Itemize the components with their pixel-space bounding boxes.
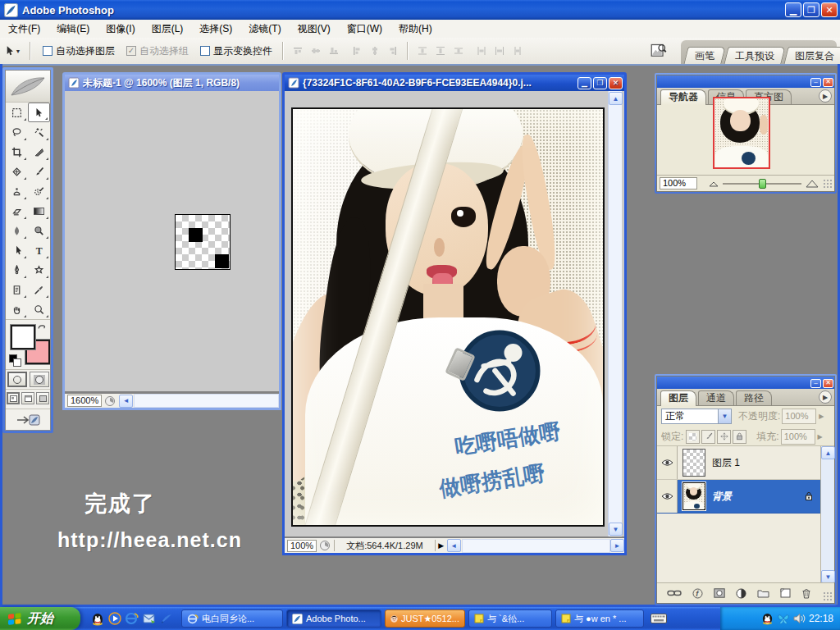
maximize-button[interactable]: ❐ [803, 2, 819, 17]
visibility-toggle[interactable] [657, 480, 678, 513]
layer1-name[interactable]: 图层 1 [712, 456, 740, 470]
new-group-icon[interactable] [757, 588, 769, 598]
layers-titlebar[interactable]: – ✕ [657, 377, 834, 389]
layers-close-button[interactable]: ✕ [823, 379, 833, 388]
doc2-hscroll-right-arrow[interactable]: ► [610, 539, 624, 552]
zoom-tool[interactable] [28, 299, 50, 319]
qq-quicklaunch-icon[interactable] [89, 611, 105, 627]
eyedropper-tool[interactable] [28, 280, 50, 299]
doc2-status-icon[interactable] [319, 540, 331, 551]
menu-window[interactable]: 窗口(W) [339, 20, 390, 39]
jump-to-imageready-button[interactable] [6, 409, 50, 431]
hand-tool[interactable] [6, 299, 28, 319]
zoom-out-icon[interactable] [708, 180, 719, 188]
healing-brush-tool[interactable] [6, 162, 28, 181]
app-titlebar[interactable]: Adobe Photoshop ▁ ❐ ✕ [0, 0, 840, 20]
doc2-maximize-button[interactable]: ❐ [593, 77, 607, 89]
document-window-photo[interactable]: {73324F1C-8F61-40A2-B9F6-FCE93EEA4944}0.… [282, 72, 627, 555]
zoom-slider-thumb[interactable] [759, 179, 766, 189]
navigator-zoom-slider[interactable] [723, 179, 801, 189]
media-player-quicklaunch-icon[interactable] [107, 611, 122, 627]
menu-select[interactable]: 选择(S) [191, 20, 240, 39]
layer1-thumbnail[interactable] [682, 449, 705, 477]
doc2-vscrollbar[interactable]: ▲ ▼ [608, 91, 622, 536]
menu-view[interactable]: 视图(V) [290, 20, 339, 39]
blend-mode-select[interactable]: 正常 ▼ [661, 409, 732, 424]
doc1-status-icon[interactable] [104, 395, 116, 407]
taskbutton-qq-chat[interactable]: JUST★0512... [385, 609, 465, 628]
move-tool[interactable] [28, 103, 50, 122]
speaker-tray-icon[interactable] [793, 613, 806, 624]
layers-palette[interactable]: – ✕ 图层 通道 路径 ▶ 正常 ▼ 不透明度: 100% ▶ 锁 [655, 374, 837, 605]
quick-mask-mode-button[interactable] [30, 372, 49, 387]
taskbutton-photoshop[interactable]: Adobe Photo... [286, 609, 381, 628]
standard-screen-button[interactable] [7, 392, 20, 404]
doc2-vscroll-up-arrow[interactable]: ▲ [609, 92, 623, 105]
layer2-name[interactable]: 背景 [712, 490, 732, 504]
tab-channels[interactable]: 通道 [698, 390, 734, 405]
doc2-zoom-field[interactable]: 100% [287, 540, 317, 552]
menu-filter[interactable]: 滤镜(T) [240, 20, 289, 39]
fill-arrow-icon[interactable]: ▶ [815, 433, 825, 441]
tab-layers[interactable]: 图层 [660, 390, 696, 406]
navigator-palette[interactable]: – ✕ 导航器 信息 直方图 ▶ 100% [655, 73, 837, 194]
layer-style-icon[interactable]: f [692, 588, 703, 599]
navigator-minimize-button[interactable]: – [810, 78, 821, 87]
go-to-bridge-button[interactable] [648, 41, 669, 61]
lock-paint-button[interactable] [701, 430, 715, 444]
resize-grip[interactable] [823, 591, 833, 601]
lock-transparency-button[interactable] [686, 430, 700, 444]
crop-tool[interactable] [6, 142, 28, 162]
doc2-close-button[interactable]: ✕ [609, 77, 623, 89]
delete-layer-trash-icon[interactable] [801, 588, 811, 599]
doc2-hscroll-left-arrow[interactable]: ◄ [447, 539, 461, 552]
layers-scroll-up-arrow[interactable]: ▲ [821, 446, 835, 459]
fullscreen-menubar-button[interactable] [21, 392, 34, 404]
doc2-canvas-area[interactable]: 吃嘢唔做嘢 做嘢捞乱嘢 ▲ ▼ [285, 91, 624, 536]
layers-scroll-down-arrow[interactable]: ▼ [821, 570, 835, 583]
opacity-field[interactable]: 100% [782, 409, 816, 424]
document-window-untitled[interactable]: 未标题-1 @ 1600% (图层 1, RGB/8) 1600% ◄ [62, 72, 281, 410]
dodge-tool[interactable] [28, 221, 50, 240]
pen-tool[interactable] [6, 260, 28, 280]
lasso-tool[interactable] [6, 122, 28, 142]
photo-canvas[interactable]: 吃嘢唔做嘢 做嘢捞乱嘢 [291, 107, 605, 527]
opacity-arrow-icon[interactable]: ▶ [816, 413, 826, 420]
doc1-hscroll-left-arrow[interactable]: ◄ [119, 395, 133, 408]
zoom-in-icon[interactable] [805, 179, 819, 189]
clone-stamp-tool[interactable] [6, 181, 28, 201]
taskbutton-chat-1[interactable]: 与 `&彸... [468, 609, 552, 628]
path-selection-tool[interactable] [6, 240, 28, 260]
outlook-express-quicklaunch-icon[interactable] [141, 611, 157, 627]
layer-row-2-selected[interactable]: 背景 [657, 480, 821, 514]
close-button[interactable]: ✕ [821, 2, 838, 17]
history-brush-tool[interactable] [28, 181, 50, 201]
menu-edit[interactable]: 编辑(E) [48, 20, 98, 39]
fullscreen-button[interactable] [36, 392, 49, 404]
auto-select-layer-checkbox[interactable] [43, 46, 52, 56]
tab-layer-comps[interactable]: 图层复合 [783, 47, 840, 64]
link-layers-icon[interactable] [667, 589, 682, 597]
start-button[interactable]: 开始 [0, 607, 80, 630]
doc1-zoom-field[interactable]: 1600% [67, 395, 102, 407]
doc2-vscroll-down-arrow[interactable]: ▼ [609, 523, 623, 536]
lock-position-button[interactable] [717, 430, 731, 444]
tab-navigator[interactable]: 导航器 [660, 89, 706, 105]
menu-help[interactable]: 帮助(H) [390, 20, 441, 39]
new-layer-icon[interactable] [780, 588, 791, 598]
menu-file[interactable]: 文件(F) [0, 20, 48, 39]
pen-quicklaunch-icon[interactable] [158, 611, 174, 627]
rectangular-marquee-tool[interactable] [6, 103, 28, 122]
tray-clock[interactable]: 22:18 [809, 613, 833, 624]
magic-wand-tool[interactable] [28, 122, 50, 142]
navigator-proxy-view[interactable] [713, 97, 770, 169]
qq-tray-icon[interactable] [761, 612, 774, 625]
notes-tool[interactable] [6, 280, 28, 299]
minimize-button[interactable]: ▁ [785, 2, 801, 17]
doc2-status-menu-arrow[interactable]: ▶ [436, 541, 447, 550]
tab-brushes[interactable]: 画笔 [683, 47, 725, 64]
move-tool-option-button[interactable]: ▼ [0, 45, 25, 57]
brush-tool[interactable] [28, 162, 50, 181]
doc1-canvas[interactable] [175, 214, 231, 270]
adjustment-layer-icon[interactable] [736, 588, 746, 599]
